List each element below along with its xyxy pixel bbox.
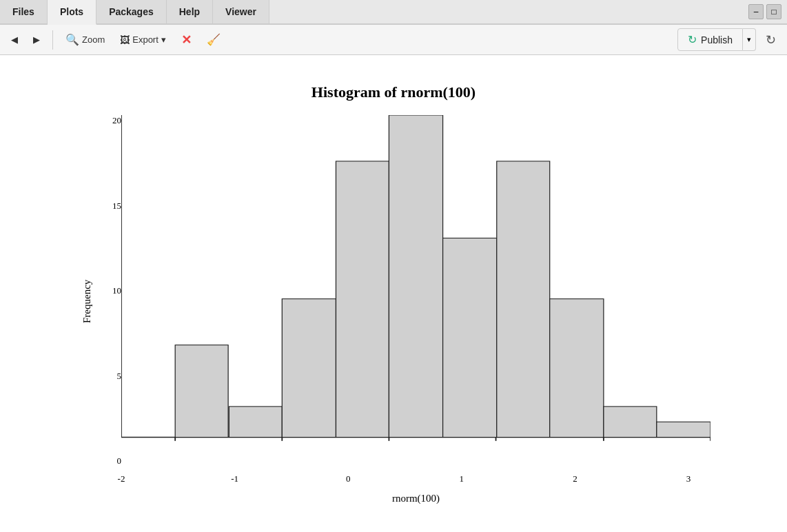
- publish-dropdown-button[interactable]: ▾: [743, 28, 756, 51]
- y-tick-10: 10: [112, 285, 121, 296]
- back-icon: ◀: [11, 34, 18, 45]
- export-dropdown-icon: ▾: [161, 34, 166, 45]
- svg-rect-15: [336, 161, 389, 438]
- close-plot-button[interactable]: ✕: [176, 30, 197, 50]
- maximize-button[interactable]: □: [766, 4, 781, 19]
- toolbar-right: ↻ Publish ▾ ↻: [677, 28, 781, 51]
- x-tick-3: 3: [666, 473, 711, 484]
- svg-rect-13: [229, 407, 282, 438]
- svg-rect-14: [282, 299, 336, 438]
- zoom-label: Zoom: [82, 34, 105, 45]
- separator-1: [52, 30, 53, 50]
- histogram-svg: [121, 115, 711, 467]
- svg-rect-18: [497, 161, 550, 438]
- tab-plots[interactable]: Plots: [48, 0, 96, 25]
- clear-button[interactable]: 🧹: [201, 30, 226, 49]
- svg-rect-19: [550, 299, 604, 438]
- tab-help[interactable]: Help: [167, 0, 213, 23]
- plot-container: Histogram of rnorm(100) Frequency 0 5 10…: [76, 76, 711, 511]
- refresh-button[interactable]: ↻: [760, 29, 781, 51]
- x-axis-title: rnorm(100): [121, 493, 711, 504]
- svg-rect-16: [389, 115, 442, 438]
- close-icon: ✕: [181, 32, 192, 48]
- minimize-button[interactable]: –: [748, 4, 764, 19]
- zoom-button[interactable]: 🔍 Zoom: [60, 30, 110, 49]
- svg-rect-17: [443, 238, 497, 438]
- svg-rect-12: [175, 345, 228, 438]
- x-tick--1: -1: [213, 473, 257, 484]
- x-tick-2: 2: [553, 473, 597, 484]
- x-tick-0: 0: [326, 473, 370, 484]
- tab-files[interactable]: Files: [0, 0, 48, 23]
- export-button[interactable]: 🖼 Export ▾: [114, 32, 172, 48]
- forward-icon: ▶: [33, 34, 40, 45]
- tab-viewer[interactable]: Viewer: [213, 0, 269, 23]
- toolbar: ◀ ▶ 🔍 Zoom 🖼 Export ▾ ✕ 🧹 ↻ Publish ▾ ↻: [0, 25, 787, 55]
- x-axis-labels: -2 -1 0 1 2 3: [121, 469, 711, 484]
- refresh-icon: ↻: [766, 32, 776, 48]
- publish-label: Publish: [701, 34, 733, 45]
- window-controls: – □: [748, 0, 787, 23]
- publish-icon: ↻: [688, 33, 697, 46]
- plot-title: Histogram of rnorm(100): [76, 76, 711, 101]
- svg-rect-20: [604, 407, 657, 438]
- export-label: Export: [132, 34, 159, 45]
- back-button[interactable]: ◀: [6, 32, 23, 48]
- broom-icon: 🧹: [207, 33, 221, 46]
- zoom-icon: 🔍: [65, 33, 79, 46]
- tab-packages[interactable]: Packages: [96, 0, 167, 23]
- y-axis-label: Frequency: [76, 108, 97, 494]
- x-tick--2: -2: [99, 473, 143, 484]
- x-tick-1: 1: [440, 473, 484, 484]
- y-tick-20: 20: [112, 115, 121, 126]
- export-icon: 🖼: [120, 34, 130, 45]
- y-tick-15: 15: [112, 201, 121, 212]
- svg-rect-21: [657, 422, 711, 437]
- tab-bar: Files Plots Packages Help Viewer – □: [0, 0, 787, 25]
- publish-group: ↻ Publish ▾: [677, 28, 756, 51]
- chart-area: -2 -1 0 1 2 3 rnorm(100): [121, 108, 711, 494]
- plot-area: Histogram of rnorm(100) Frequency 0 5 10…: [0, 55, 787, 532]
- plot-inner: Frequency 0 5 10 15 20: [76, 108, 711, 494]
- forward-button[interactable]: ▶: [28, 32, 45, 48]
- y-axis-ticks: 0 5 10 15 20: [97, 108, 121, 494]
- publish-button[interactable]: ↻ Publish: [677, 28, 743, 51]
